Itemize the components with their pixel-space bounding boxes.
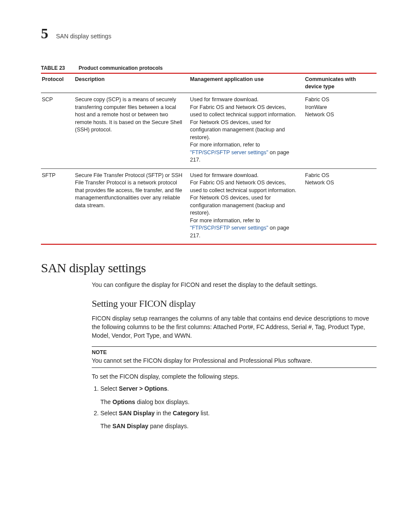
ftp-settings-link[interactable]: "FTP/SCP/SFTP server settings" bbox=[190, 225, 268, 231]
note-label: NOTE bbox=[92, 348, 377, 356]
col-header-description: Description bbox=[74, 73, 189, 93]
cell-protocol: SFTP bbox=[41, 168, 74, 244]
col-header-device: Communicates with device type bbox=[304, 73, 377, 93]
cell-device: Fabric OS Network OS bbox=[304, 168, 377, 244]
page-header: 5 SAN display settings bbox=[41, 24, 377, 44]
table-row: SFTP Secure File Transfer Protocol (SFTP… bbox=[41, 168, 377, 244]
step-item: Select Server > Options. The Options dia… bbox=[100, 384, 377, 406]
cell-description: Secure File Transfer Protocol (SFTP) or … bbox=[74, 168, 189, 244]
table-header-row: Protocol Description Management applicat… bbox=[41, 73, 377, 93]
table-caption: TABLE 23 Product communication protocols bbox=[41, 64, 377, 72]
subsection-para: FICON display setup rearranges the colum… bbox=[92, 314, 377, 340]
note-body: You cannot set the FICON display for Pro… bbox=[92, 356, 377, 365]
cell-protocol: SCP bbox=[41, 93, 74, 169]
table-label: TABLE 23 bbox=[41, 65, 77, 71]
steps-lead: To set the FICON display, complete the f… bbox=[92, 372, 377, 381]
col-header-use: Management application use bbox=[189, 73, 304, 93]
table-row: SCP Secure copy (SCP) is a means of secu… bbox=[41, 93, 377, 169]
step-item: Select SAN Display in the Category list.… bbox=[100, 409, 377, 431]
cell-use: Used for firmware download. For Fabric O… bbox=[189, 168, 304, 244]
cell-use: Used for firmware download. For Fabric O… bbox=[189, 93, 304, 169]
note-block: NOTE You cannot set the FICON display fo… bbox=[92, 346, 377, 368]
col-header-protocol: Protocol bbox=[41, 73, 74, 93]
subsection-heading: Setting your FICON display bbox=[92, 297, 377, 311]
section-intro: You can configure the display for FICON … bbox=[92, 280, 377, 289]
chapter-title: SAN display settings bbox=[56, 32, 111, 40]
section-heading: SAN display settings bbox=[41, 259, 377, 277]
chapter-number: 5 bbox=[41, 24, 48, 44]
protocols-table: Protocol Description Management applicat… bbox=[41, 73, 377, 245]
cell-description: Secure copy (SCP) is a means of securely… bbox=[74, 93, 189, 169]
cell-device: Fabric OS IronWare Network OS bbox=[304, 93, 377, 169]
table-title: Product communication protocols bbox=[78, 65, 162, 71]
ftp-settings-link[interactable]: "FTP/SCP/SFTP server settings" bbox=[190, 149, 268, 156]
steps-list: Select Server > Options. The Options dia… bbox=[92, 384, 377, 430]
